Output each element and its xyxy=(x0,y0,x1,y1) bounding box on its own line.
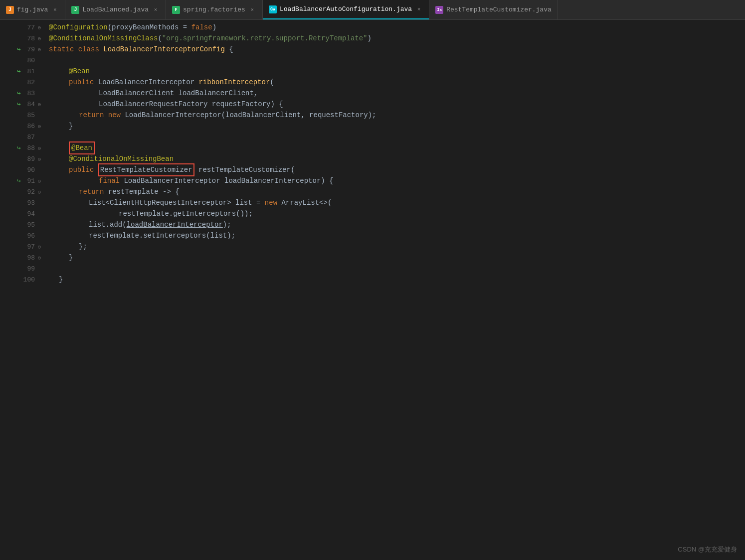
line-row-83: ↪ 83 ⊖ xyxy=(0,88,45,99)
method-90: restTemplateCustomizer( xyxy=(194,164,295,175)
code-line-80 xyxy=(45,55,745,66)
left-panel: 77 ⊖ 78 ⊖ ↪ 79 ⊖ 80 ⊖ ↪ 81 ⊖ 82 xyxy=(0,20,45,560)
brace-86: } xyxy=(69,121,73,132)
type-83: LoadBalancerClient loadBalancerClient, xyxy=(99,88,258,99)
kw-return-85: return xyxy=(79,110,108,121)
code-line-83: LoadBalancerClient loadBalancerClient, xyxy=(45,88,745,99)
ln-99: 99 xyxy=(24,265,35,273)
brace-98: } xyxy=(69,252,73,263)
tab-loadbalanced[interactable]: J LoadBalanced.java × xyxy=(65,0,166,19)
gutter-80 xyxy=(15,56,23,64)
line-row-85: 85 ⊖ xyxy=(0,110,45,121)
ln-83: 83 xyxy=(24,90,35,97)
fold-97[interactable]: ⊖ xyxy=(36,244,43,250)
gutter-92 xyxy=(15,188,23,196)
type-82: LoadBalancerInterceptor xyxy=(98,77,199,88)
tab-close-fig[interactable]: × xyxy=(51,6,59,14)
line-row-80: 80 ⊖ xyxy=(0,55,45,66)
tab-fig[interactable]: J fig.java × xyxy=(0,0,65,19)
fold-79[interactable]: ⊖ xyxy=(36,46,43,53)
annotation-bean-88: @Bean xyxy=(69,141,95,154)
ln-85: 85 xyxy=(24,112,35,119)
fold-98[interactable]: ⊖ xyxy=(36,255,43,261)
gutter-83: ↪ xyxy=(15,89,23,97)
string-78: "org.springframework.retry.support.Retry… xyxy=(162,33,368,44)
tab-icon-resttemplate: Ia xyxy=(435,6,443,14)
code-line-90: public RestTemplateCustomizer restTempla… xyxy=(45,164,745,175)
code-line-99 xyxy=(45,263,745,274)
paren-78a: ( xyxy=(158,33,162,44)
tab-label-loadbalanced: LoadBalanced.java xyxy=(82,6,149,13)
ln-93: 93 xyxy=(24,199,35,207)
fold-91[interactable]: ⊖ xyxy=(36,178,43,184)
tab-close-loadbalancer-auto[interactable]: × xyxy=(415,5,423,13)
paren-82: ( xyxy=(270,77,274,88)
tab-loadbalancer-auto[interactable]: Ca LoadBalancerAutoConfiguration.java × xyxy=(263,0,429,19)
annotation-89: @ConditionalOnMissingBean xyxy=(69,153,174,164)
code-area: 77 ⊖ 78 ⊖ ↪ 79 ⊖ 80 ⊖ ↪ 81 ⊖ 82 xyxy=(0,20,745,560)
ln-90: 90 xyxy=(24,166,35,174)
line-row-89: 89 ⊖ xyxy=(0,153,45,164)
tab-icon-loadbalancer-auto: Ca xyxy=(269,5,277,13)
fold-89[interactable]: ⊖ xyxy=(36,156,43,162)
line-row-99: 99 ⊖ xyxy=(0,263,45,274)
code-line-94: restTemplate.getInterceptors()); xyxy=(45,208,745,219)
tab-icon-fig: J xyxy=(6,6,14,14)
gutter-95 xyxy=(15,221,23,229)
code-line-91: final LoadBalancerInterceptor loadBalanc… xyxy=(45,175,745,186)
code-line-98: } xyxy=(45,252,745,263)
line-row-82: 82 ⊖ xyxy=(0,77,45,88)
line-row-92: 92 ⊖ xyxy=(0,186,45,197)
code-line-97: }; xyxy=(45,241,745,252)
ln-81: 81 xyxy=(24,68,35,75)
ln-87: 87 xyxy=(24,134,35,141)
ln-97: 97 xyxy=(24,243,35,251)
brace-79: { xyxy=(225,44,233,55)
code-line-89: @ConditionalOnMissingBean xyxy=(45,153,745,164)
line-row-79: ↪ 79 ⊖ xyxy=(0,44,45,55)
tab-close-loadbalanced[interactable]: × xyxy=(152,6,160,14)
ln-86: 86 xyxy=(24,123,35,130)
gutter-94 xyxy=(15,210,23,218)
code-line-77: @Configuration(proxyBeanMethods = false) xyxy=(45,22,745,33)
code-line-86: } xyxy=(45,121,745,132)
annotation-81: @Bean xyxy=(69,66,90,77)
annotation-77: @Configuration xyxy=(49,22,108,33)
fold-77[interactable]: ⊖ xyxy=(36,24,43,31)
ln-77: 77 xyxy=(24,24,35,31)
annotation-78: @ConditionalOnMissingClass xyxy=(49,33,158,44)
ln-91: 91 xyxy=(24,177,35,185)
gutter-78 xyxy=(15,34,23,42)
watermark: CSDN @充充爱健身 xyxy=(678,545,737,554)
code-line-79: static class LoadBalancerInterceptorConf… xyxy=(45,44,745,55)
code-95a: list.add( xyxy=(89,219,127,230)
gutter-81: ↪ xyxy=(15,67,23,75)
gutter-89 xyxy=(15,155,23,163)
code-line-78: @ConditionalOnMissingClass("org.springfr… xyxy=(45,33,745,44)
fold-88[interactable]: ⊖ xyxy=(36,145,43,151)
brace-100: } xyxy=(59,274,63,285)
ln-79: 79 xyxy=(24,46,35,53)
code-94: restTemplate.getInterceptors()); xyxy=(119,208,253,219)
line-row-96: 96 ⊖ xyxy=(0,230,45,241)
ln-89: 89 xyxy=(24,155,35,163)
gutter-91: ↪ xyxy=(15,177,23,185)
fold-78[interactable]: ⊖ xyxy=(36,35,43,42)
code-content: @Configuration(proxyBeanMethods = false)… xyxy=(45,20,745,560)
gutter-82 xyxy=(15,78,23,86)
code-line-100: } xyxy=(45,274,745,285)
fold-84[interactable]: ⊖ xyxy=(36,101,43,108)
tab-resttemplate[interactable]: Ia RestTemplateCustomizer.java xyxy=(429,0,558,19)
code-line-82: public LoadBalancerInterceptor ribbonInt… xyxy=(45,77,745,88)
line-row-100: 100 ⊖ xyxy=(0,274,45,285)
line-row-78: 78 ⊖ xyxy=(0,33,45,44)
fold-86[interactable]: ⊖ xyxy=(36,123,43,130)
line-row-84: ↪ 84 ⊖ xyxy=(0,99,45,110)
ln-92: 92 xyxy=(24,188,35,196)
tab-spring-factories[interactable]: F spring.factories × xyxy=(166,0,263,19)
gutter-87 xyxy=(15,133,23,141)
line-row-90: 90 ⊖ xyxy=(0,164,45,175)
fold-92[interactable]: ⊖ xyxy=(36,189,43,195)
tab-label-resttemplate: RestTemplateCustomizer.java xyxy=(446,6,552,13)
tab-close-spring-factories[interactable]: × xyxy=(248,6,256,14)
